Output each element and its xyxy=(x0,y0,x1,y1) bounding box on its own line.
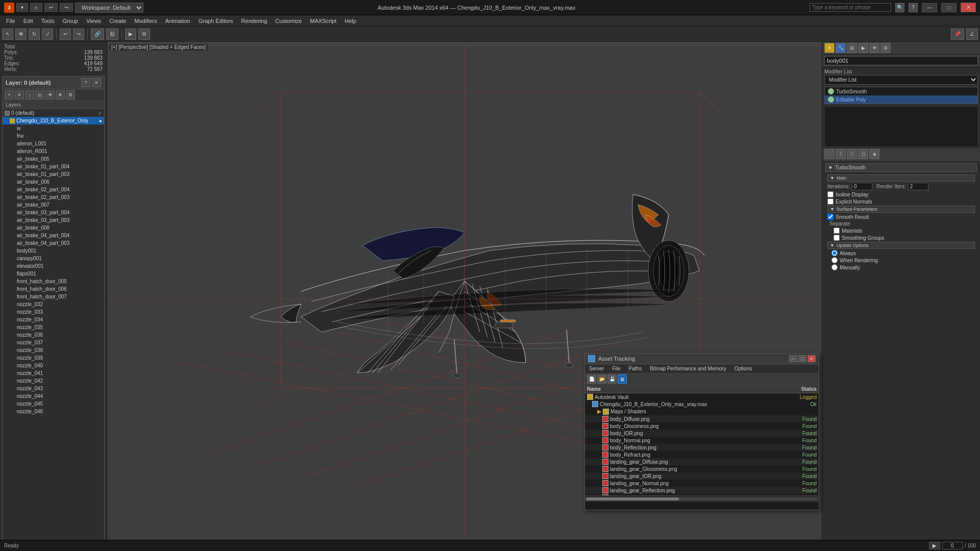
layer-item[interactable]: nozzle_043 xyxy=(3,385,104,392)
menu-animation[interactable]: Animation xyxy=(161,17,194,25)
render-setup-btn[interactable]: ⚙ xyxy=(138,29,150,40)
at-save-tool[interactable]: 💾 xyxy=(607,374,617,384)
at-row-img[interactable]: body_Diffuse.png Found xyxy=(585,415,819,422)
at-menu-paths[interactable]: Paths xyxy=(627,365,644,372)
layer-item[interactable]: front_hatch_door_005 xyxy=(3,278,104,285)
update-options-header[interactable]: ▼ Update Options xyxy=(827,242,975,249)
layer-item[interactable]: air_brake_04_part_004 xyxy=(3,232,104,239)
layer-item[interactable]: nozzle_034 xyxy=(3,316,104,323)
layer-item[interactable]: air_brake_02_part_004 xyxy=(3,186,104,193)
layer-item[interactable]: aileron_L001 xyxy=(3,140,104,147)
redo-btn[interactable]: ↪ xyxy=(60,3,73,12)
play-btn[interactable]: ▶ xyxy=(929,542,940,549)
at-new-tool[interactable]: 📄 xyxy=(587,374,596,384)
layer-delete-btn[interactable]: ✕ xyxy=(15,90,24,99)
when-rendering-radio[interactable] xyxy=(831,257,838,263)
at-table-body[interactable]: Autodesk Vault Logged Chengdu_J10_B_Exte… xyxy=(585,393,819,495)
quick-access[interactable]: ⎌ xyxy=(30,3,42,12)
workspace-dropdown[interactable]: Workspace: Default xyxy=(75,3,143,13)
at-minimize-btn[interactable]: ─ xyxy=(789,355,797,362)
at-scrollbar-thumb[interactable] xyxy=(586,497,679,500)
layer-item[interactable]: air_brake_008 xyxy=(3,224,104,232)
layer-item[interactable]: body001 xyxy=(3,247,104,255)
layer-item[interactable]: nozzle_044 xyxy=(3,392,104,400)
at-menu-bitmap[interactable]: Bitmap Performance and Memory xyxy=(648,365,728,372)
layer-item[interactable]: air_brake_006 xyxy=(3,178,104,186)
layer-new-btn[interactable]: + xyxy=(5,90,14,99)
sub-vertex-icon[interactable]: · xyxy=(824,149,835,159)
undo-scene-btn[interactable]: ↩ xyxy=(60,29,71,40)
layer-item[interactable]: nozzle_040 xyxy=(3,362,104,369)
sub-element-icon[interactable]: ◈ xyxy=(869,149,879,159)
sub-border-icon[interactable]: □ xyxy=(847,149,857,159)
at-row-img[interactable]: body_Normal.png Found xyxy=(585,437,819,444)
menu-edit[interactable]: Edit xyxy=(19,17,37,25)
layer-item[interactable]: nozzle_039 xyxy=(3,354,104,362)
menu-file[interactable]: File xyxy=(2,17,19,25)
search-btn[interactable]: 🔍 xyxy=(895,3,904,12)
explicit-checkbox[interactable] xyxy=(827,198,834,205)
layer-props-btn[interactable]: ⚙ xyxy=(66,90,75,99)
layer-item[interactable]: air_brake_005 xyxy=(3,155,104,163)
at-row-img[interactable]: landing_gear_Normal.png Found xyxy=(585,480,819,487)
at-grid-tool[interactable]: ▦ xyxy=(618,374,627,384)
modify-icon[interactable]: 🔧 xyxy=(836,43,846,53)
minimize-btn[interactable]: ─ xyxy=(922,3,937,12)
render-iters-input[interactable] xyxy=(908,183,928,190)
undo-btn[interactable]: ↩ xyxy=(44,3,58,12)
frame-input[interactable]: 0 xyxy=(942,542,963,549)
file-menu[interactable]: ▾ xyxy=(16,3,28,12)
at-scrollbar[interactable] xyxy=(585,495,819,502)
layer-item[interactable]: 0 (default) ✓ xyxy=(3,109,104,117)
object-name-input[interactable] xyxy=(824,56,978,65)
layer-item[interactable]: air_brake_02_part_003 xyxy=(3,193,104,201)
at-open-tool[interactable]: 📂 xyxy=(597,374,606,384)
move-btn[interactable]: ✥ xyxy=(15,29,27,40)
scale-btn[interactable]: ⤢ xyxy=(42,29,53,40)
layer-item-folder[interactable]: Chengdu_J10_B_Exterior_Only ▸ xyxy=(3,117,104,124)
main-section[interactable]: ▼ Main xyxy=(827,174,975,182)
menu-customize[interactable]: Customize xyxy=(271,17,306,25)
smooth-result-checkbox[interactable] xyxy=(827,214,834,220)
redo-scene-btn[interactable]: ↪ xyxy=(73,29,84,40)
iterations-input[interactable] xyxy=(852,183,872,190)
layer-item[interactable]: elevator001 xyxy=(3,262,104,270)
at-row-vault[interactable]: Autodesk Vault Logged xyxy=(585,393,819,400)
at-row-img[interactable]: body_Refract.png Found xyxy=(585,451,819,458)
maximize-btn[interactable]: □ xyxy=(941,3,957,12)
layer-item[interactable]: nozzle_035 xyxy=(3,323,104,331)
layer-help-btn[interactable]: ? xyxy=(81,78,90,87)
layer-select-btn[interactable]: ◎ xyxy=(35,90,44,99)
layer-item[interactable]: nozzle_046 xyxy=(3,408,104,415)
display-icon[interactable]: 👁 xyxy=(869,43,879,53)
layer-item[interactable]: frw xyxy=(3,132,104,140)
modifier-turbosm[interactable]: TurboSmooth xyxy=(825,87,977,95)
layer-item[interactable]: aileron_R001 xyxy=(3,147,104,155)
layer-hide-btn[interactable]: 👁 xyxy=(45,90,55,99)
layer-item[interactable]: canopy001 xyxy=(3,255,104,262)
unlink-btn[interactable]: ⛓ xyxy=(106,29,118,40)
at-row-img[interactable]: landing_gear_Diffuse.png Found xyxy=(585,458,819,465)
menu-graph-editors[interactable]: Graph Editors xyxy=(194,17,237,25)
menu-tools[interactable]: Tools xyxy=(37,17,59,25)
modifier-dropdown[interactable]: Modifier List xyxy=(824,75,978,85)
modifier-edpoly[interactable]: Editable Poly xyxy=(825,95,977,104)
link-btn[interactable]: 🔗 xyxy=(91,29,104,40)
layer-freeze-btn[interactable]: ❄ xyxy=(56,90,65,99)
at-row-img[interactable]: body_Glossiness.png Found xyxy=(585,422,819,430)
snap-btn[interactable]: 📌 xyxy=(951,29,964,40)
sub-edge-icon[interactable]: / xyxy=(836,149,846,159)
utilities-icon[interactable]: ⚙ xyxy=(880,43,891,53)
layer-item[interactable]: nozzle_033 xyxy=(3,308,104,316)
layer-item[interactable]: nozzle_042 xyxy=(3,377,104,385)
select-btn[interactable]: ↖ xyxy=(2,29,13,40)
menu-views[interactable]: Views xyxy=(82,17,105,25)
layer-item[interactable]: air_brake_04_part_003 xyxy=(3,239,104,247)
at-maximize-btn[interactable]: □ xyxy=(798,355,806,362)
layer-item[interactable]: flaps001 xyxy=(3,270,104,278)
layer-item[interactable]: air_brake_01_part_004 xyxy=(3,163,104,170)
at-row-img[interactable]: body_IOR.png Found xyxy=(585,430,819,437)
at-row-img[interactable]: landing_gear_Glossiness.png Found xyxy=(585,465,819,472)
layer-list[interactable]: 0 (default) ✓ Chengdu_J10_B_Exterior_Onl… xyxy=(3,109,104,547)
hierarchy-icon[interactable]: ⊞ xyxy=(847,43,857,53)
